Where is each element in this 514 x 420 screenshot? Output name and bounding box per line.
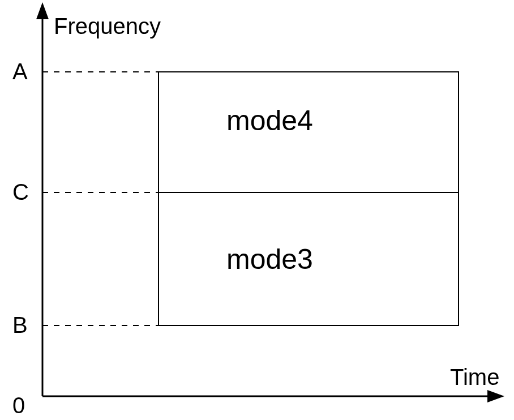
ytick-b: B	[12, 312, 28, 337]
mode3-label: mode3	[226, 243, 313, 275]
ytick-c: C	[12, 179, 29, 204]
ytick-a: A	[12, 59, 28, 84]
x-axis-label: Time	[450, 365, 499, 389]
x-axis-arrow	[487, 390, 504, 402]
mode4-label: mode4	[226, 105, 313, 136]
y-axis-arrow	[36, 2, 49, 19]
y-axis-label: Frequency	[54, 14, 161, 38]
origin-label: 0	[12, 393, 25, 418]
frequency-time-diagram: Frequency Time 0 A C B mode4 mode3	[0, 0, 514, 420]
